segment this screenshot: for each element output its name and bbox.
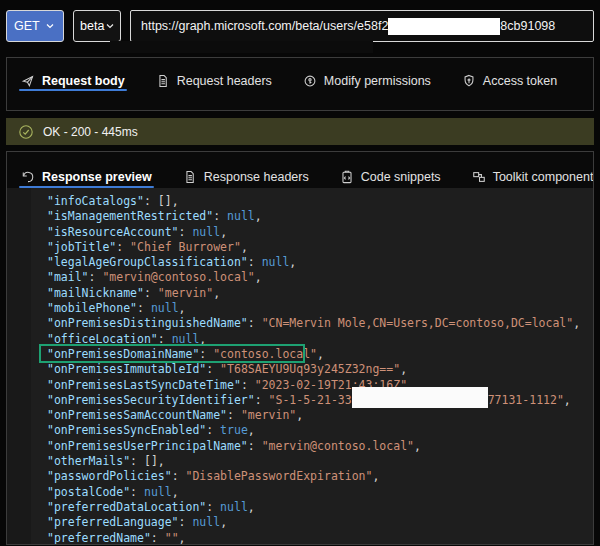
json-value: null bbox=[144, 485, 172, 499]
json-key: "onPremisesUserPrincipalName" bbox=[47, 439, 248, 453]
json-line-officeLocation: "officeLocation": null, bbox=[47, 332, 593, 347]
method-label: GET bbox=[14, 19, 40, 33]
json-line-preferredLanguage: "preferredLanguage": null, bbox=[47, 515, 593, 530]
component-icon bbox=[472, 170, 486, 184]
request-panel: Request bodyRequest headersModify permis… bbox=[6, 57, 594, 111]
json-value: null bbox=[227, 209, 255, 223]
json-value: "mervin" bbox=[158, 286, 213, 300]
json-key: "jobTitle" bbox=[47, 240, 116, 254]
json-value: "mervin@contoso.local" bbox=[262, 439, 414, 453]
json-value: true bbox=[220, 423, 248, 437]
json-value: null bbox=[262, 255, 290, 269]
json-value: null bbox=[220, 500, 248, 514]
json-key: "isManagementRestricted" bbox=[47, 209, 213, 223]
url-suffix: 8cb91098 bbox=[500, 19, 555, 33]
json-key: "mobilePhone" bbox=[47, 301, 137, 315]
json-key: "officeLocation" bbox=[47, 332, 158, 346]
url-input[interactable]: https://graph.microsoft.com/beta/users/e… bbox=[130, 10, 594, 42]
white-redaction-block bbox=[352, 387, 488, 408]
json-key: "onPremisesSyncEnabled" bbox=[47, 423, 206, 437]
json-line-isManagementRestricted: "isManagementRestricted": null, bbox=[47, 209, 593, 224]
tab-request-body[interactable]: Request body bbox=[19, 58, 127, 91]
tab-label: Request body bbox=[42, 74, 125, 88]
document-icon bbox=[156, 74, 170, 88]
json-value: "CN=Mervin Mole,CN=Users,DC=contoso,DC=l… bbox=[262, 316, 574, 330]
json-key: "infoCatalogs" bbox=[47, 194, 144, 208]
status-bar: OK - 200 - 445ms bbox=[6, 118, 594, 145]
json-line-mailNickname: "mailNickname": "mervin", bbox=[47, 286, 593, 301]
code-snippets-icon bbox=[340, 170, 354, 184]
check-circle-icon bbox=[18, 124, 34, 140]
json-value: "T68SAEYU9Uq93y245Z32ng==" bbox=[220, 362, 400, 376]
json-line-onPremisesSamAccountName: "onPremisesSamAccountName": "mervin", bbox=[47, 408, 593, 423]
tab-label: Modify permissions bbox=[324, 74, 431, 88]
tab-modify-permissions[interactable]: Modify permissions bbox=[301, 58, 433, 91]
json-key: "onPremisesImmutableId" bbox=[47, 362, 206, 376]
undo-icon bbox=[21, 170, 35, 184]
tab-access-token[interactable]: Access token bbox=[460, 58, 559, 91]
json-line-otherMails: "otherMails": [], bbox=[47, 454, 593, 469]
json-line-passwordPolicies: "passwordPolicies": "DisablePasswordExpi… bbox=[47, 469, 593, 484]
tab-label: Toolkit component bbox=[493, 170, 594, 184]
json-line-onPremisesUserPrincipalName: "onPremisesUserPrincipalName": "mervin@c… bbox=[47, 439, 593, 454]
response-panel: Response previewResponse headersCode sni… bbox=[6, 151, 594, 545]
chevron-down-icon bbox=[104, 20, 116, 32]
url-redaction-block bbox=[388, 18, 500, 35]
json-key: "otherMails" bbox=[47, 454, 130, 468]
json-value: null bbox=[172, 332, 200, 346]
tab-label: Response headers bbox=[204, 170, 309, 184]
json-line-mail: "mail": "mervin@contoso.local", bbox=[47, 270, 593, 285]
tab-label: Response preview bbox=[42, 170, 152, 184]
tab-label: Code snippets bbox=[361, 170, 441, 184]
json-value: null bbox=[192, 515, 220, 529]
json-key: "mailNickname" bbox=[47, 286, 144, 300]
json-value: "mervin@contoso.local" bbox=[102, 270, 254, 284]
tab-toolkit-component[interactable]: Toolkit component bbox=[470, 152, 594, 188]
json-key: "passwordPolicies" bbox=[47, 469, 172, 483]
request-tabs: Request bodyRequest headersModify permis… bbox=[7, 58, 593, 91]
json-value: null bbox=[192, 225, 220, 239]
json-value: "S-1-5-21-33 bbox=[269, 393, 352, 407]
json-key: "onPremisesDistinguishedName" bbox=[47, 316, 248, 330]
json-value: [], bbox=[144, 454, 165, 468]
json-line-infoCatalogs: "infoCatalogs": [], bbox=[47, 194, 593, 209]
json-key: "postalCode" bbox=[47, 485, 130, 499]
status-text: OK - 200 - 445ms bbox=[43, 125, 138, 139]
json-line-onPremisesSyncEnabled: "onPremisesSyncEnabled": true, bbox=[47, 423, 593, 438]
json-value: 77131-1112" bbox=[488, 393, 564, 407]
document-icon bbox=[183, 170, 197, 184]
tab-response-headers[interactable]: Response headers bbox=[181, 152, 311, 188]
json-line-legalAgeGroupClassification: "legalAgeGroupClassification": null, bbox=[47, 255, 593, 270]
json-key: "legalAgeGroupClassification" bbox=[47, 255, 248, 269]
tab-label: Request headers bbox=[177, 74, 272, 88]
json-value: [], bbox=[158, 194, 179, 208]
url-prefix: https://graph.microsoft.com/beta/users/e… bbox=[141, 19, 388, 33]
tab-request-headers[interactable]: Request headers bbox=[154, 58, 274, 91]
response-json-editor[interactable]: "infoCatalogs": [],"isManagementRestrict… bbox=[7, 188, 593, 544]
token-icon bbox=[462, 74, 476, 88]
json-line-preferredName: "preferredName": "", bbox=[47, 531, 593, 544]
tab-label: Access token bbox=[483, 74, 557, 88]
json-value: "mervin" bbox=[241, 408, 296, 422]
api-version-label: beta bbox=[80, 19, 104, 33]
tab-code-snippets[interactable]: Code snippets bbox=[338, 152, 443, 188]
json-key: "onPremisesSecurityIdentifier" bbox=[47, 393, 255, 407]
json-line-preferredDataLocation: "preferredDataLocation": null, bbox=[47, 500, 593, 515]
json-key: "onPremisesDomainName" bbox=[47, 347, 199, 361]
api-version-dropdown[interactable]: beta bbox=[73, 10, 121, 42]
json-line-jobTitle: "jobTitle": "Chief Burrower", bbox=[47, 240, 593, 255]
json-line-onPremisesSecurityIdentifier: "onPremisesSecurityIdentifier": "S-1-5-2… bbox=[47, 393, 593, 408]
dark-redaction-block bbox=[110, 41, 373, 53]
tab-response-preview[interactable]: Response preview bbox=[19, 152, 154, 188]
json-value: "Chief Burrower" bbox=[130, 240, 241, 254]
send-icon bbox=[21, 74, 35, 88]
chevron-down-icon bbox=[44, 20, 56, 32]
json-key: "mail" bbox=[47, 270, 89, 284]
json-line-onPremisesDomainName: "onPremisesDomainName": "contoso.local", bbox=[47, 347, 593, 362]
method-dropdown[interactable]: GET bbox=[6, 10, 64, 42]
json-key: "preferredDataLocation" bbox=[47, 500, 206, 514]
json-line-isResourceAccount: "isResourceAccount": null, bbox=[47, 225, 593, 240]
json-line-onPremisesImmutableId: "onPremisesImmutableId": "T68SAEYU9Uq93y… bbox=[47, 362, 593, 377]
json-key: "isResourceAccount" bbox=[47, 225, 179, 239]
request-toolbar: GET beta https://graph.microsoft.com/bet… bbox=[0, 0, 600, 42]
